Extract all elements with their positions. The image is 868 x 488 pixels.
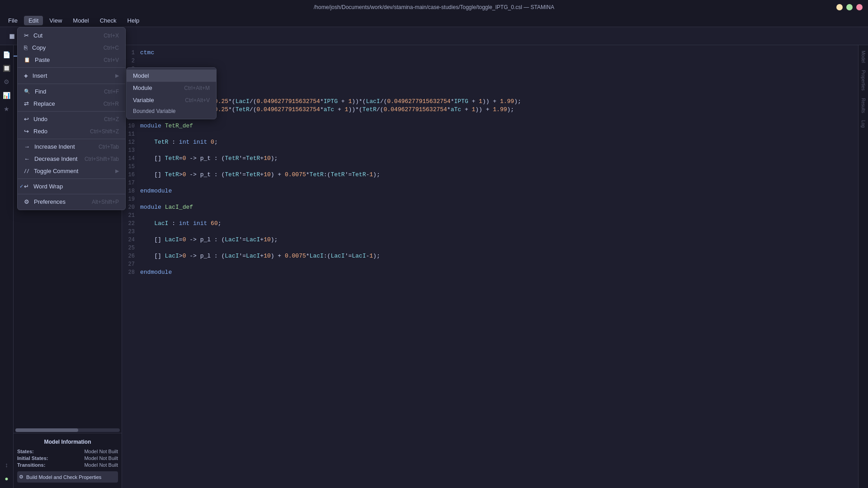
word-wrap-label: Word Wrap [33, 183, 119, 190]
preferences-icon: ⚙ [24, 198, 29, 205]
word-wrap-icon: ↵ [24, 183, 29, 190]
toolbar: ◼ ⬜ ✓ ⏩ ⊞ [0, 27, 868, 45]
menu-decrease-indent[interactable]: ← Decrease Indent Ctrl+Shift+Tab [18, 153, 125, 165]
window-title: /home/josh/Documents/work/dev/stamina-ma… [314, 4, 554, 10]
menu-word-wrap[interactable]: ↵ Word Wrap [18, 180, 125, 192]
code-line-7: 7 formula p_t = 0.099/(0.25*(LacI/(0.049… [122, 98, 858, 106]
build-model-button[interactable]: ⚙ Build Model and Check Properties [17, 471, 118, 483]
states-value: Model Not Built [84, 449, 118, 454]
model-info-title: Model Information [17, 439, 118, 445]
menu-check[interactable]: Check [95, 16, 121, 25]
menu-increase-indent[interactable]: → Increase Indent Ctrl+Tab [18, 141, 125, 153]
editor-area[interactable]: 1 ctmc 2 3 4 5 6 [122, 45, 858, 488]
code-line-28: 28 endmodule [122, 268, 858, 277]
menu-view[interactable]: View [45, 16, 66, 25]
maximize-button[interactable] [846, 4, 853, 10]
increase-indent-icon: → [24, 143, 30, 150]
menu-redo[interactable]: ↪ Redo Ctrl+Shift+Z [18, 125, 125, 137]
code-line-3: 3 [122, 65, 858, 73]
preferences-label: Preferences [34, 198, 87, 205]
replace-icon: ⇄ [24, 100, 29, 107]
separator-6 [18, 194, 125, 194]
code-line-23: 23 [122, 228, 858, 236]
code-line-13: 13 [122, 146, 858, 155]
right-results-icon[interactable]: Results [860, 96, 867, 115]
right-activity-bar: Model Properties Results Log [858, 45, 868, 488]
separator-4 [18, 139, 125, 139]
toggle-comment-label: Toggle Comment [34, 168, 111, 174]
edit-dropdown-overlay: ✂ Cut Ctrl+X ⎘ Copy Ctrl+C 📋 Paste Ctrl+… [17, 27, 126, 210]
activity-files-icon[interactable]: 📄 [1, 49, 13, 61]
code-line-6: 6 [122, 89, 858, 98]
scissors-icon: ✂ [24, 32, 29, 39]
activity-model-icon[interactable]: 🔲 [1, 62, 13, 74]
minimize-button[interactable] [836, 4, 843, 10]
menu-model[interactable]: Model [68, 16, 93, 25]
submenu-variable[interactable]: Variable Ctrl+Alt+V [127, 94, 216, 106]
activity-log-icon[interactable]: ↕ [1, 459, 13, 471]
transitions-value: Model Not Built [84, 462, 118, 468]
module-shortcut: Ctrl+Alt+M [184, 85, 210, 91]
toolbar-stop-button[interactable]: ◼ [5, 30, 18, 42]
code-line-21: 21 [122, 211, 858, 220]
submenu-module[interactable]: Module Ctrl+Alt+M [127, 82, 216, 94]
insert-label: Insert [33, 72, 111, 79]
increase-indent-label: Increase Indent [34, 143, 94, 150]
activity-props-icon[interactable]: ⚙ [1, 76, 13, 88]
activity-results-icon[interactable]: 📊 [1, 89, 13, 101]
right-log-icon[interactable]: Log [860, 118, 867, 130]
model-information: Model Information States: Model Not Buil… [14, 433, 122, 488]
sidebar-scrollbar[interactable] [15, 428, 120, 432]
insert-icon: + [24, 72, 28, 80]
redo-label: Redo [33, 128, 85, 135]
find-icon: 🔍 [24, 89, 30, 94]
decrease-indent-icon: ← [24, 155, 30, 162]
right-properties-icon[interactable]: Properties [860, 68, 867, 93]
code-line-8: 8 formula p_l = 0.099/(0.25*(TetR/(0.049… [122, 106, 858, 114]
menu-preferences[interactable]: ⚙ Preferences Alt+Shift+P [18, 196, 125, 208]
increase-indent-shortcut: Ctrl+Tab [99, 144, 119, 150]
menu-edit[interactable]: Edit [24, 16, 43, 25]
menu-help[interactable]: Help [123, 16, 144, 25]
menu-toggle-comment[interactable]: // Toggle Comment ▶ [18, 165, 125, 177]
find-shortcut: Ctrl+F [104, 89, 119, 95]
activity-star-icon[interactable]: ★ [1, 103, 13, 115]
menu-find[interactable]: 🔍 Find Ctrl+F [18, 85, 125, 98]
menu-file[interactable]: File [4, 16, 22, 25]
activity-info-icon[interactable]: ● [1, 473, 13, 484]
menu-cut[interactable]: ✂ Cut Ctrl+X [18, 29, 125, 42]
right-model-icon[interactable]: Model [860, 49, 867, 65]
sidebar-scroll-thumb [15, 428, 78, 432]
code-line-5: 5 [122, 81, 858, 89]
code-line-11: 11 [122, 130, 858, 138]
window-controls [836, 4, 863, 10]
titlebar: /home/josh/Documents/work/dev/stamina-ma… [0, 0, 868, 14]
decrease-indent-shortcut: Ctrl+Shift+Tab [85, 156, 119, 162]
code-line-17: 17 [122, 179, 858, 187]
paste-shortcut: Ctrl+V [104, 57, 119, 63]
menu-replace[interactable]: ⇄ Replace Ctrl+R [18, 98, 125, 110]
variable-shortcut: Ctrl+Alt+V [185, 97, 210, 103]
menu-copy[interactable]: ⎘ Copy Ctrl+C [18, 42, 125, 54]
code-line-19: 19 [122, 195, 858, 203]
menu-paste[interactable]: 📋 Paste Ctrl+V [18, 54, 125, 66]
paste-icon: 📋 [24, 57, 30, 63]
gear-icon: ⚙ [19, 474, 24, 480]
variable-label: Variable [133, 97, 154, 103]
toggle-comment-arrow: ▶ [115, 168, 119, 174]
editor-content[interactable]: 1 ctmc 2 3 4 5 6 [122, 45, 858, 280]
code-line-16: 16 [] TetR>0 -> p_t : (TetR'=TetR+10) + … [122, 171, 858, 179]
model-info-states-row: States: Model Not Built [17, 449, 118, 454]
menu-insert[interactable]: + Insert ▶ Model Module Ctrl+Alt+M Varia… [18, 69, 125, 82]
cut-label: Cut [33, 32, 99, 39]
replace-shortcut: Ctrl+R [104, 101, 119, 107]
close-button[interactable] [856, 4, 863, 10]
menu-undo[interactable]: ↩ Undo Ctrl+Z [18, 113, 125, 125]
submenu-model[interactable]: Model [127, 70, 216, 82]
states-label: States: [17, 449, 34, 454]
insert-arrow: ▶ [115, 73, 119, 79]
code-line-26: 26 [] LacI>0 -> p_l : (LacI'=LacI+10) + … [122, 252, 858, 260]
toggle-comment-icon: // [24, 169, 29, 174]
code-line-18: 18 endmodule [122, 187, 858, 195]
separator-2 [18, 84, 125, 84]
